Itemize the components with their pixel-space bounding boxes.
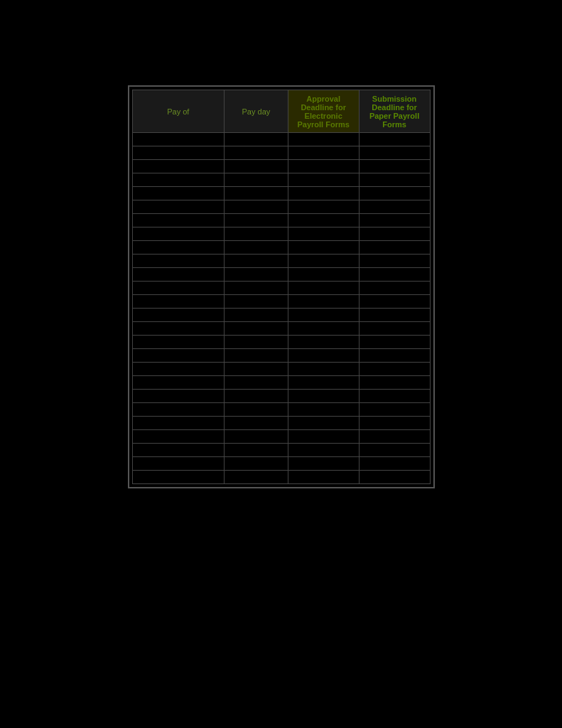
table-cell-row16-col3 [359,349,430,363]
table-row [132,160,430,173]
table-cell-row24-col2 [288,457,359,471]
table-cell-row16-col2 [288,349,359,363]
table-cell-row0-col3 [359,133,430,146]
table-row [132,363,430,376]
header-approval-deadline: Approval Deadline for Electronic Payroll… [288,90,359,133]
table-cell-row12-col3 [359,295,430,309]
table-cell-row8-col3 [359,241,430,255]
table-cell-row6-col2 [288,214,359,228]
table-cell-row11-col1 [225,282,288,295]
table-cell-row16-col1 [225,349,288,363]
table-cell-row2-col3 [359,160,430,173]
table-cell-row17-col3 [359,363,430,376]
table-cell-row22-col2 [288,430,359,444]
table-row [132,295,430,309]
table-row [132,309,430,322]
table-row [132,282,430,295]
table-cell-row8-col1 [225,241,288,255]
table-cell-row14-col3 [359,322,430,336]
table-cell-row3-col0 [132,173,225,187]
table-cell-row17-col0 [132,363,225,376]
table-cell-row23-col1 [225,444,288,457]
table-cell-row10-col3 [359,268,430,282]
table-cell-row19-col1 [225,390,288,403]
table-row [132,471,430,484]
table-cell-row2-col1 [225,160,288,173]
table-cell-row19-col3 [359,390,430,403]
table-cell-row22-col3 [359,430,430,444]
header-submission-deadline: Submission Deadline for Paper Payroll Fo… [359,90,430,133]
table-cell-row25-col1 [225,471,288,484]
payroll-table-container: Pay of Pay day Approval Deadline for Ele… [128,85,435,488]
table-cell-row7-col3 [359,228,430,241]
table-cell-row25-col3 [359,471,430,484]
table-row [132,376,430,390]
table-row [132,457,430,471]
table-body [132,133,430,484]
table-cell-row13-col3 [359,309,430,322]
table-cell-row21-col1 [225,417,288,430]
table-cell-row7-col2 [288,228,359,241]
header-pay-day: Pay day [225,90,288,133]
table-cell-row10-col1 [225,268,288,282]
table-cell-row15-col0 [132,336,225,349]
table-row [132,173,430,187]
table-cell-row15-col2 [288,336,359,349]
table-row [132,228,430,241]
table-cell-row3-col1 [225,173,288,187]
table-cell-row21-col3 [359,417,430,430]
table-cell-row1-col3 [359,146,430,160]
table-cell-row4-col0 [132,187,225,200]
table-cell-row6-col1 [225,214,288,228]
table-row [132,241,430,255]
table-row [132,430,430,444]
table-cell-row5-col1 [225,200,288,214]
table-cell-row20-col2 [288,403,359,417]
table-cell-row0-col1 [225,133,288,146]
table-cell-row17-col1 [225,363,288,376]
table-cell-row4-col3 [359,187,430,200]
table-cell-row1-col0 [132,146,225,160]
table-cell-row7-col1 [225,228,288,241]
table-row [132,187,430,200]
table-cell-row17-col2 [288,363,359,376]
table-row [132,390,430,403]
table-cell-row25-col0 [132,471,225,484]
table-cell-row25-col2 [288,471,359,484]
table-row [132,133,430,146]
table-cell-row20-col0 [132,403,225,417]
table-row [132,403,430,417]
table-cell-row7-col0 [132,228,225,241]
table-cell-row14-col0 [132,322,225,336]
table-cell-row8-col2 [288,241,359,255]
table-cell-row3-col3 [359,173,430,187]
table-row [132,255,430,268]
table-cell-row6-col3 [359,214,430,228]
table-cell-row18-col1 [225,376,288,390]
table-cell-row23-col2 [288,444,359,457]
table-cell-row23-col3 [359,444,430,457]
table-cell-row9-col2 [288,255,359,268]
table-cell-row23-col0 [132,444,225,457]
table-cell-row9-col0 [132,255,225,268]
table-cell-row2-col2 [288,160,359,173]
table-cell-row5-col2 [288,200,359,214]
table-cell-row24-col1 [225,457,288,471]
table-cell-row13-col0 [132,309,225,322]
table-cell-row1-col2 [288,146,359,160]
table-cell-row22-col1 [225,430,288,444]
table-row [132,268,430,282]
table-row [132,417,430,430]
table-cell-row19-col2 [288,390,359,403]
table-cell-row12-col2 [288,295,359,309]
table-row [132,322,430,336]
table-row [132,444,430,457]
header-pay-of: Pay of [132,90,225,133]
table-cell-row8-col0 [132,241,225,255]
table-cell-row20-col3 [359,403,430,417]
table-cell-row24-col0 [132,457,225,471]
table-cell-row18-col0 [132,376,225,390]
payroll-schedule-table: Pay of Pay day Approval Deadline for Ele… [132,90,431,484]
table-cell-row21-col2 [288,417,359,430]
table-cell-row16-col0 [132,349,225,363]
